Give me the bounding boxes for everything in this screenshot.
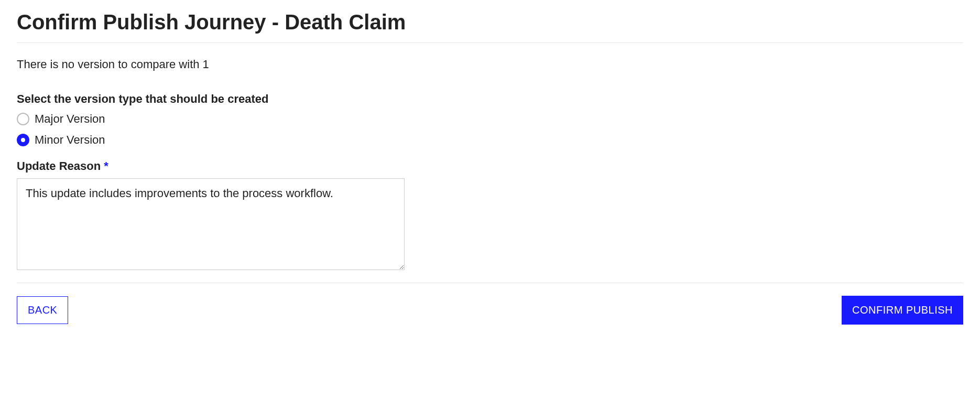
update-reason-textarea[interactable] xyxy=(17,178,405,270)
required-asterisk: * xyxy=(104,159,108,173)
button-row: BACK CONFIRM PUBLISH xyxy=(17,296,963,325)
update-reason-label: Update Reason * xyxy=(17,159,963,173)
minor-version-label: Minor Version xyxy=(35,133,105,147)
page-title: Confirm Publish Journey - Death Claim xyxy=(17,10,963,34)
header-divider xyxy=(17,42,963,43)
confirm-publish-button[interactable]: CONFIRM PUBLISH xyxy=(842,296,963,325)
version-type-radio-group: Major Version Minor Version xyxy=(17,112,963,147)
major-version-option[interactable]: Major Version xyxy=(17,112,963,126)
minor-version-option[interactable]: Minor Version xyxy=(17,133,963,147)
update-reason-label-text: Update Reason xyxy=(17,159,101,173)
back-button[interactable]: BACK xyxy=(17,296,68,324)
version-type-label: Select the version type that should be c… xyxy=(17,92,963,106)
radio-icon xyxy=(17,134,29,146)
footer-divider xyxy=(17,283,963,283)
no-version-compare-text: There is no version to compare with 1 xyxy=(17,58,963,71)
radio-icon xyxy=(17,113,29,125)
major-version-label: Major Version xyxy=(35,112,105,126)
